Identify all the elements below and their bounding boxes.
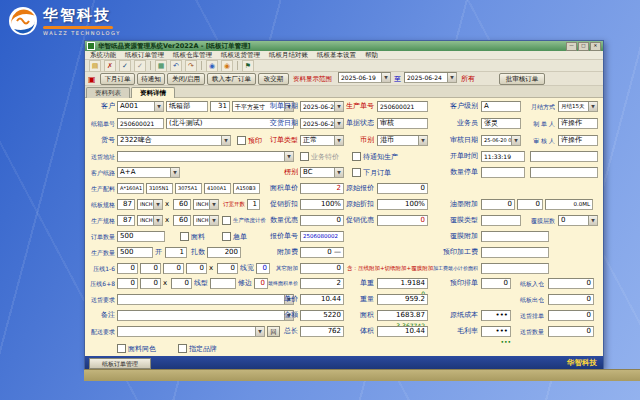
confirm-icon[interactable]: ✓: [119, 60, 131, 72]
preprint-check-box[interactable]: [237, 136, 246, 145]
undo-icon[interactable]: ↶: [170, 60, 182, 72]
deliver-date-combo-arrow-icon[interactable]: ▼: [334, 119, 343, 128]
crease1-field4[interactable]: 0: [186, 263, 207, 274]
notify-prod-check[interactable]: 待通知生产: [352, 151, 406, 162]
crease2-field3[interactable]: 0: [171, 278, 192, 289]
batch-audit-button[interactable]: 批审核订单: [499, 73, 545, 85]
load-factory-order-button[interactable]: 载入本厂订单: [207, 73, 256, 85]
menu-item-7[interactable]: 帮助: [365, 51, 378, 60]
select-flag-icon[interactable]: ⚑: [242, 60, 254, 72]
line-type-field[interactable]: [210, 278, 236, 289]
notify-prod-check-box[interactable]: [352, 152, 361, 161]
crease2-field1[interactable]: 0: [117, 278, 138, 289]
menu-item-2[interactable]: 纸板订单管理: [125, 51, 164, 60]
help-icon[interactable]: ◉: [221, 60, 233, 72]
ship-addr-combo[interactable]: ▼: [117, 151, 294, 162]
urgent-check-box[interactable]: [222, 232, 231, 241]
area-field[interactable]: 1683.87: [377, 310, 428, 321]
crease1-field3[interactable]: 0: [163, 263, 184, 274]
dispatch-req-combo[interactable]: ▼: [117, 326, 265, 337]
flute-combo-arrow-icon[interactable]: ▼: [334, 168, 343, 177]
audit-date-combo-arrow-icon[interactable]: ▼: [511, 136, 520, 145]
line-width-field[interactable]: 0: [256, 263, 270, 274]
quote-no-field[interactable]: 2506080002: [300, 231, 344, 242]
brand-check[interactable]: 指定品牌: [178, 343, 230, 354]
amount-field[interactable]: 5220: [300, 310, 344, 321]
ink-surcharge-field1[interactable]: 0: [481, 199, 515, 210]
unit-qty-field[interactable]: 31: [210, 101, 230, 112]
customer-combo-arrow-icon[interactable]: ▼: [154, 102, 163, 111]
mdi-tab-order-management[interactable]: 纸板订单管理: [89, 358, 151, 369]
ship-addr-combo-arrow-icon[interactable]: ▼: [284, 152, 293, 161]
settle-combo[interactable]: 月结15天▼: [558, 101, 598, 112]
qty-hold-extra-field[interactable]: [530, 167, 598, 178]
board-l-unit-combo-arrow-icon[interactable]: ▼: [209, 200, 218, 209]
crease2-field2[interactable]: 0: [140, 278, 161, 289]
next-month-order-button[interactable]: 下月订单: [100, 73, 135, 85]
redo-icon[interactable]: ↷: [185, 60, 197, 72]
film-layers-combo[interactable]: 0▼: [558, 215, 598, 226]
next-month-check[interactable]: 下月订单: [352, 167, 398, 178]
board-in-field[interactable]: 0: [548, 278, 594, 289]
date-to-combo[interactable]: 2025-06-24▼: [404, 72, 457, 83]
ink-surcharge-field2[interactable]: 0: [517, 199, 543, 210]
order-qty-field[interactable]: 500: [117, 231, 165, 242]
board-l-unit-combo[interactable]: INCH▼: [193, 199, 219, 210]
surface-check[interactable]: 面料: [180, 231, 212, 242]
urgent-check[interactable]: 急单: [222, 231, 254, 242]
close-enable-button[interactable]: 关闭/启用: [167, 73, 205, 85]
material-5-field[interactable]: A150B3: [233, 183, 260, 194]
doc-status-field[interactable]: 审核: [377, 118, 428, 129]
crease1-field1[interactable]: 0: [117, 263, 138, 274]
delete-icon[interactable]: ✗: [104, 60, 116, 72]
qty-discount-field[interactable]: 0: [300, 215, 344, 226]
menu-item-1[interactable]: 系统功能: [90, 51, 116, 60]
weight-field[interactable]: 959.2: [377, 294, 428, 305]
item-no-combo-arrow-icon[interactable]: ▼: [221, 136, 230, 145]
surcharge-field[interactable]: 0 —: [300, 247, 344, 258]
make-date-combo[interactable]: 2025-06-20▼: [300, 101, 344, 112]
prod-width-price-check-box[interactable]: [222, 216, 231, 225]
prod-l-unit-combo-arrow-icon[interactable]: ▼: [209, 216, 218, 225]
margin-field[interactable]: •••: [481, 326, 511, 337]
film-type-field[interactable]: [481, 215, 521, 226]
crease1-field5[interactable]: 0: [217, 263, 238, 274]
crease1-field2[interactable]: 0: [140, 263, 161, 274]
prod-l-field[interactable]: 60: [173, 215, 191, 226]
order-type-combo-arrow-icon[interactable]: ▼: [334, 136, 343, 145]
prod-w-unit-combo-arrow-icon[interactable]: ▼: [153, 216, 162, 225]
total-len-field[interactable]: 762: [300, 326, 344, 337]
unit-price-field[interactable]: 10.44: [300, 294, 344, 305]
material-3-field[interactable]: 3075A1: [175, 183, 202, 194]
date-from-combo-arrow-icon[interactable]: ▼: [381, 73, 390, 82]
menu-item-5[interactable]: 纸板月结对账: [269, 51, 308, 60]
item-no-combo[interactable]: 2322啤合▼: [117, 135, 231, 146]
cust-level-field[interactable]: A: [481, 101, 521, 112]
board-w-unit-combo-arrow-icon[interactable]: ▼: [153, 200, 162, 209]
minimize-button[interactable]: —: [566, 42, 577, 51]
film-surcharge-field[interactable]: [481, 231, 549, 242]
order-type-combo[interactable]: 正常▼: [300, 135, 344, 146]
currency-combo[interactable]: 港币▼: [377, 135, 428, 146]
dept-field[interactable]: 纸箱部: [166, 101, 208, 112]
open-field[interactable]: 1: [165, 247, 187, 258]
menu-item-6[interactable]: 纸板基本设置: [317, 51, 356, 60]
board-out-field[interactable]: 0: [548, 294, 594, 305]
maker-field[interactable]: 许操作: [558, 118, 598, 129]
preprint-check[interactable]: 预印: [237, 135, 261, 146]
maximize-button[interactable]: □: [578, 42, 589, 51]
prod-l-unit-combo[interactable]: INCH▼: [193, 215, 219, 226]
biz-special-check-box[interactable]: [300, 152, 309, 161]
bundle-field[interactable]: 200: [207, 247, 241, 258]
board-w-field[interactable]: 87: [117, 199, 135, 210]
date-from-combo[interactable]: 2025-06-19▼: [338, 72, 391, 83]
open-time-extra-field[interactable]: [530, 151, 598, 162]
audit-date-combo[interactable]: 25-06-20 0▼: [481, 135, 521, 146]
promo-benefit-field[interactable]: 0: [377, 215, 428, 226]
settle-combo-arrow-icon[interactable]: ▼: [588, 102, 597, 111]
make-date-combo-arrow-icon[interactable]: ▼: [334, 102, 343, 111]
ink-surcharge-field3[interactable]: 0.0ML: [545, 199, 593, 210]
preprint-fee-field[interactable]: [481, 247, 549, 258]
flute-combo[interactable]: BC▼: [300, 167, 344, 178]
other-surcharge-field[interactable]: 0: [300, 263, 344, 274]
